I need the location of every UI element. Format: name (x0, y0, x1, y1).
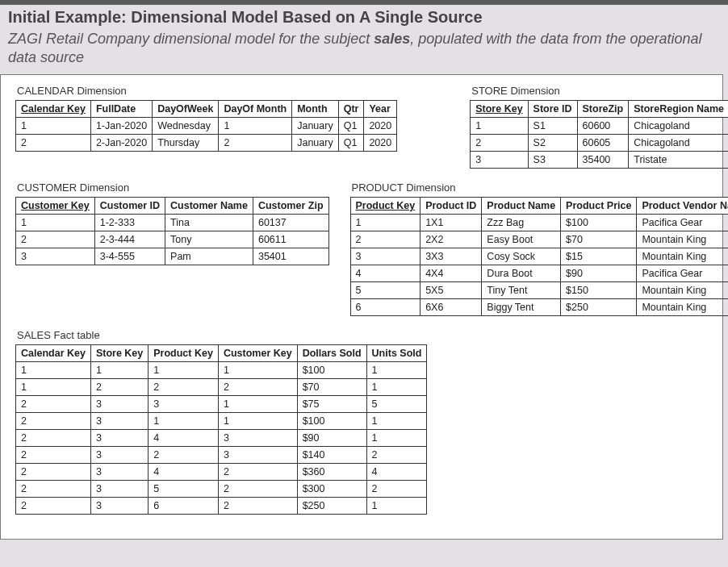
col-product-price: Product Price (561, 197, 637, 214)
table-cell: Pacifica Gear (637, 214, 728, 231)
table-cell: 3 (16, 248, 95, 265)
table-cell: 1 (366, 378, 427, 395)
subtitle-pre: ZAGI Retail Company dimensional model fo… (8, 31, 374, 47)
col-sales-dollars: Dollars Sold (297, 344, 366, 361)
table-cell: Mountain King (637, 248, 728, 265)
table-cell: $100 (561, 214, 637, 231)
table-cell: Pam (165, 248, 253, 265)
calendar-caption: CALENDAR Dimension (17, 85, 397, 97)
table-cell: 3 (90, 497, 148, 514)
table-cell: 2 (90, 378, 148, 395)
table-cell: Dura Boot (482, 265, 561, 281)
table-cell: Cosy Sock (482, 248, 561, 265)
table-cell: 5 (149, 480, 219, 497)
calendar-table: Calendar Key FullDate DayOfWeek DayOf Mo… (15, 100, 397, 152)
table-row: 1111$1001 (16, 361, 427, 378)
table-cell: 1 (218, 395, 297, 412)
table-cell: Easy Boot (482, 231, 561, 248)
table-cell: $90 (561, 265, 637, 281)
table-cell: S3 (528, 151, 577, 168)
col-sales-calendar-key: Calendar Key (16, 344, 91, 361)
table-row: 1S160600Chicagoland (471, 117, 728, 134)
table-cell: 1 (149, 361, 219, 378)
table-cell: Chicagoland (629, 117, 728, 134)
table-cell: 2 (218, 463, 297, 480)
row-customer-product: CUSTOMER Dimension Customer Key Customer… (12, 180, 711, 316)
table-cell: 60605 (577, 134, 629, 151)
subtitle-bold: sales (374, 31, 410, 47)
table-cell: 1 (471, 117, 528, 134)
table-cell: 2 (350, 231, 420, 248)
table-cell: 3 (218, 446, 297, 463)
table-row: 2323$1402 (16, 446, 427, 463)
table-cell: 5 (366, 395, 427, 412)
table-cell: 2 (16, 231, 95, 248)
col-store-region: StoreRegion Name (629, 100, 728, 117)
product-caption: PRODUCT Dimension (352, 181, 728, 194)
table-cell: Mountain King (637, 298, 728, 315)
table-row: 1222$701 (16, 378, 427, 395)
table-header-row: Customer Key Customer ID Customer Name C… (16, 197, 329, 214)
table-cell: $300 (297, 480, 366, 497)
col-product-vendor: Product Vendor Name (637, 197, 728, 214)
table-cell: Tiny Tent (482, 281, 561, 298)
table-cell: 1-2-333 (94, 214, 165, 231)
table-cell: 1 (218, 412, 297, 429)
table-cell: 1 (219, 117, 292, 134)
table-row: 33X3Cosy Sock$15Mountain KingFootwear (350, 248, 728, 265)
table-cell: Thursday (153, 134, 219, 151)
table-cell: Wednesday (153, 117, 219, 134)
table-cell: 2-Jan-2020 (90, 134, 152, 151)
sales-tbody: 1111$10011222$7012331$7552311$10012343$9… (16, 361, 427, 514)
table-cell: 2X2 (420, 231, 482, 248)
table-header-row: Product Key Product ID Product Name Prod… (350, 197, 728, 214)
table-cell: 3 (471, 151, 528, 168)
table-row: 66X6Biggy Tent$250Mountain KingCamping (350, 298, 728, 315)
table-cell: 6 (350, 298, 420, 315)
table-cell: Biggy Tent (482, 298, 561, 315)
table-cell: 2 (366, 480, 427, 497)
product-dimension-block: PRODUCT Dimension Product Key Product ID… (350, 180, 728, 316)
table-cell: Mountain King (637, 231, 728, 248)
table-cell: 1 (366, 361, 427, 378)
table-cell: $360 (297, 463, 366, 480)
table-cell: $250 (561, 298, 637, 315)
table-row: 55X5Tiny Tent$150Mountain KingCamping (350, 281, 728, 298)
customer-dimension-block: CUSTOMER Dimension Customer Key Customer… (15, 180, 329, 265)
table-cell: 2020 (364, 134, 397, 151)
col-month: Month (292, 100, 338, 117)
table-cell: 1 (149, 412, 219, 429)
table-cell: 1 (90, 361, 148, 378)
table-row: 22-3-444Tony60611 (16, 231, 329, 248)
table-row: 11X1Zzz Bag$100Pacifica GearCamping (350, 214, 728, 231)
table-cell: 2 (16, 134, 91, 151)
table-cell: 3-4-555 (94, 248, 165, 265)
table-cell: January (292, 134, 338, 151)
col-qtr: Qtr (338, 100, 364, 117)
table-cell: 4 (149, 463, 219, 480)
table-row: 2362$2501 (16, 497, 427, 514)
table-row: 44X4Dura Boot$90Pacifica GearFootwear (350, 265, 728, 281)
table-cell: 3X3 (420, 248, 482, 265)
table-header-row: Calendar Key FullDate DayOfWeek DayOf Mo… (16, 100, 397, 117)
page-subtitle: ZAGI Retail Company dimensional model fo… (8, 30, 720, 68)
table-cell: 2 (16, 497, 91, 514)
table-cell: 60137 (253, 214, 328, 231)
store-caption: STORE Dimension (471, 85, 728, 97)
table-cell: 2 (471, 134, 528, 151)
table-cell: Chicagoland (629, 134, 728, 151)
table-cell: 1-Jan-2020 (90, 117, 152, 134)
customer-caption: CUSTOMER Dimension (17, 181, 329, 194)
table-cell: 1 (366, 429, 427, 446)
table-cell: 4 (350, 265, 420, 281)
table-cell: $90 (297, 429, 366, 446)
customer-table: Customer Key Customer ID Customer Name C… (15, 197, 329, 265)
table-cell: 2 (16, 395, 91, 412)
sales-table: Calendar Key Store Key Product Key Custo… (15, 344, 427, 515)
table-cell: S1 (528, 117, 577, 134)
table-cell: 2 (16, 429, 91, 446)
table-cell: 1 (16, 117, 91, 134)
table-row: 11-2-333Tina60137 (16, 214, 329, 231)
table-row: 2342$3604 (16, 463, 427, 480)
product-table: Product Key Product ID Product Name Prod… (350, 197, 728, 316)
